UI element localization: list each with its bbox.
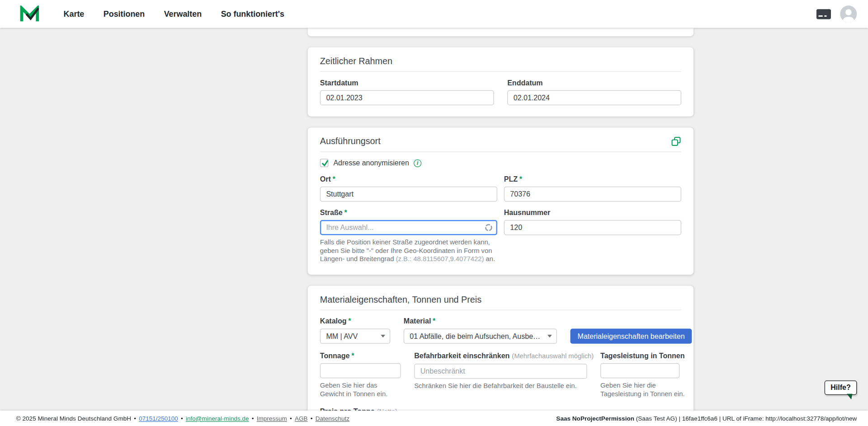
tagesleistung-input[interactable]: [600, 363, 679, 378]
tonnage-label: Tonnage*: [320, 351, 401, 360]
main-nav: Karte Positionen Verwalten So funktionie…: [64, 9, 301, 19]
footer-separator: •: [181, 415, 183, 422]
footer-separator: •: [290, 415, 292, 422]
user-avatar-icon[interactable]: [840, 5, 857, 22]
timeframe-title: Zeitlicher Rahmen: [320, 56, 681, 72]
footer-separator: •: [252, 415, 254, 422]
required-marker: *: [351, 351, 354, 360]
footer-phone-link[interactable]: 07151/250100: [139, 415, 178, 422]
card-partial-top: [308, 28, 693, 36]
katalog-label: Katalog*: [320, 317, 390, 325]
spinner-icon: [485, 223, 493, 231]
enddatum-input[interactable]: [507, 90, 681, 105]
required-marker: *: [333, 175, 335, 183]
card-material: Materialeigenschaften, Tonnen und Preis …: [308, 286, 693, 426]
navbar: Karte Positionen Verwalten So funktionie…: [0, 0, 868, 28]
required-marker: *: [348, 317, 351, 325]
footer-separator: •: [311, 415, 313, 422]
ort-input[interactable]: [320, 187, 497, 201]
card-location: Ausführungsort Adresse anonymisieren i: [308, 127, 693, 275]
befahrbarkeit-input[interactable]: [414, 364, 587, 379]
strasse-hint: Falls die Position keiner Straße zugeord…: [320, 239, 497, 263]
footer-copyright: © 2025 Mineral Minds Deutschland GmbH: [16, 415, 131, 422]
footer-separator: •: [134, 415, 136, 422]
location-title: Ausführungsort: [320, 136, 681, 152]
footer-agb-link[interactable]: AGB: [295, 415, 308, 422]
navbar-right: [816, 5, 857, 22]
material-select[interactable]: 01 Abfälle, die beim Aufsuchen, Ausbeute…: [404, 329, 557, 344]
footer-email-link[interactable]: info@mineral-minds.de: [186, 415, 249, 422]
plz-label: PLZ*: [504, 175, 681, 183]
anonymize-label: Adresse anonymisieren: [333, 159, 409, 167]
befahrbarkeit-hint: Schränken Sie hier die Befahrbarkeit der…: [414, 382, 587, 390]
plz-input[interactable]: [504, 187, 681, 201]
required-marker: *: [433, 317, 435, 325]
anonymize-checkbox[interactable]: [320, 159, 328, 167]
footer-impressum-link[interactable]: Impressum: [257, 415, 287, 422]
nav-item-so-funktionierts[interactable]: So funktioniert's: [221, 9, 284, 19]
material-label: Material*: [404, 317, 557, 325]
mineral-minds-logo[interactable]: [20, 5, 39, 22]
chevron-down-icon: [381, 335, 385, 337]
required-marker: *: [519, 175, 522, 183]
ort-label: Ort*: [320, 175, 497, 183]
tonnage-input[interactable]: [320, 363, 401, 378]
katalog-select[interactable]: MM | AVV: [320, 329, 390, 344]
hausnummer-label: Hausnummer: [504, 208, 681, 216]
footer-app-details: (Saas Test AG) | 16fae1ffc6a6 | URL of i…: [636, 415, 857, 422]
lot-form: Zeitlicher Rahmen Startdatum Enddatum: [308, 28, 693, 426]
footer: © 2025 Mineral Minds Deutschland GmbH • …: [0, 411, 868, 426]
footer-datenschutz-link[interactable]: Datenschutz: [316, 415, 349, 422]
chevron-down-icon: [547, 335, 552, 337]
copy-icon[interactable]: [671, 136, 681, 146]
befahrbarkeit-label: Befahrbarkeit einschränken(Mehrfachauswa…: [414, 351, 587, 360]
strasse-label: Straße*: [320, 208, 497, 216]
startdatum-input[interactable]: [320, 90, 494, 105]
info-icon[interactable]: i: [414, 159, 421, 167]
hausnummer-input[interactable]: [504, 220, 681, 235]
help-bubble-tail: [847, 394, 852, 399]
startdatum-label: Startdatum: [320, 79, 494, 87]
material-title: Materialeigenschaften, Tonnen und Preis: [320, 295, 681, 310]
nav-item-karte[interactable]: Karte: [64, 9, 85, 19]
required-marker: *: [344, 208, 347, 216]
tagesleistung-label: Tagesleistung in Tonnen: [600, 351, 679, 360]
card-timeframe: Zeitlicher Rahmen Startdatum Enddatum: [308, 47, 693, 117]
anonymize-row: Adresse anonymisieren i: [320, 159, 681, 167]
tagesleistung-hint: Geben Sie hier die Tagesleistung in Tonn…: [600, 382, 692, 398]
nav-item-positionen[interactable]: Positionen: [104, 9, 145, 19]
footer-left: © 2025 Mineral Minds Deutschland GmbH • …: [16, 415, 349, 422]
enddatum-label: Enddatum: [507, 79, 681, 87]
footer-right: Saas NoProjectPermission (Saas Test AG) …: [556, 415, 857, 422]
help-button[interactable]: Hilfe?: [825, 380, 857, 395]
footer-app-name: Saas NoProjectPermission: [556, 415, 634, 422]
edit-material-properties-button[interactable]: Materialeigenschaften bearbeiten: [571, 329, 692, 344]
strasse-input[interactable]: [320, 220, 497, 235]
card-icon[interactable]: [816, 9, 831, 19]
nav-item-verwalten[interactable]: Verwalten: [164, 9, 202, 19]
tonnage-hint: Geben Sie hier das Gewicht in Tonnen ein…: [320, 382, 401, 398]
